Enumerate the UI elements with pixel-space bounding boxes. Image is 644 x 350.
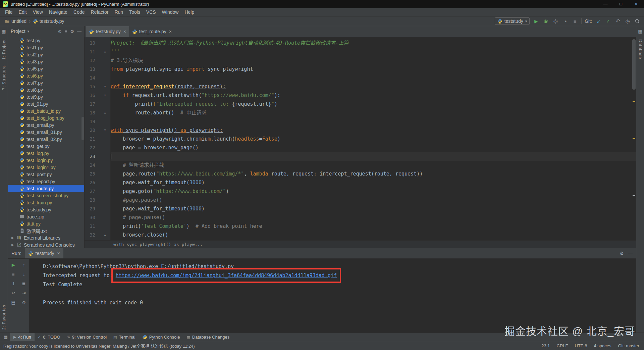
close-tab-icon[interactable]: × — [123, 29, 126, 34]
coverage-button[interactable]: ◎ — [552, 18, 559, 24]
fold-down-icon[interactable]: ▾ — [99, 91, 111, 100]
fold-down-icon[interactable]: ▾ — [99, 82, 111, 91]
encoding-indicator[interactable]: UTF-8 — [575, 343, 587, 348]
tool-stripe-structure[interactable]: 7: Structure — [2, 65, 6, 90]
settings-gear-icon[interactable]: ⚙ — [70, 29, 74, 34]
tree-item[interactable]: test_email_01.py — [8, 129, 84, 136]
tree-item[interactable]: test7.py — [8, 79, 84, 86]
code-line[interactable]: 29 page.wait_for_timeout(3000) — [85, 204, 636, 213]
tool-window-button-9-version-control[interactable]: ⇅9: Version Control — [64, 333, 110, 341]
locate-file-icon[interactable]: ⊙ — [58, 29, 62, 34]
tool-stripe-database[interactable]: Database — [638, 39, 643, 59]
code-line[interactable]: 19 — [85, 117, 636, 126]
run-button[interactable]: ▶ — [533, 18, 539, 24]
breadcrumb-item[interactable]: teststudy.py — [32, 18, 66, 24]
menu-item-run[interactable]: Run — [111, 9, 126, 15]
close-tab-icon[interactable]: × — [169, 29, 172, 34]
warning-stripe-mark[interactable] — [633, 138, 635, 139]
menu-item-vcs[interactable]: VCS — [143, 9, 159, 15]
tree-item[interactable]: test_train.py — [8, 199, 84, 206]
code-line[interactable]: 26 page.wait_for_timeout(3000) — [85, 178, 636, 187]
tree-item[interactable]: test_post.py — [8, 171, 84, 178]
run-console-output[interactable]: D:\software\Python\Python37\python.exe E… — [30, 259, 636, 333]
sciview-icon[interactable]: ▦ — [638, 29, 642, 34]
caret-position[interactable]: 23:1 — [541, 343, 550, 348]
code-line[interactable]: 13from playwright.sync_api import sync_p… — [85, 65, 636, 73]
menu-item-help[interactable]: Help — [181, 9, 197, 15]
tree-item[interactable]: test_log.py — [8, 150, 84, 157]
tree-item[interactable]: test2.py — [8, 51, 84, 58]
menu-item-navigate[interactable]: Navigate — [46, 9, 70, 15]
code-editor[interactable]: 10Project: 《最新出炉》系列入门篇-Python+Playwright… — [85, 37, 636, 240]
code-line[interactable]: 11▴''' — [85, 47, 636, 56]
minimize-button[interactable]: — — [598, 0, 613, 8]
code-line[interactable]: 32▴ browser.close() — [85, 231, 636, 239]
project-panel-title[interactable]: Project — [11, 29, 25, 34]
down-icon[interactable]: ↓ — [20, 271, 28, 278]
code-line[interactable]: 23 — [85, 152, 636, 161]
menu-item-window[interactable]: Window — [159, 9, 182, 15]
tree-item[interactable]: test_screen_shot.py — [8, 192, 84, 199]
code-line[interactable]: 17 print(f"Intercepted request to: {requ… — [85, 100, 636, 108]
code-line[interactable]: 21 browser = playwright.chromium.launch(… — [85, 135, 636, 143]
code-line[interactable]: 14 — [85, 73, 636, 82]
git-branch-indicator[interactable]: Git: master — [618, 343, 639, 348]
menu-item-tools[interactable]: Tools — [126, 9, 143, 15]
code-line[interactable]: 24 # 监听请求并拦截 — [85, 161, 636, 169]
code-line[interactable]: 27 page.goto("https://www.baidu.com/") — [85, 187, 636, 196]
tool-window-button-4-run[interactable]: ▶4: Run — [10, 333, 35, 341]
indent-indicator[interactable]: 4 spaces — [594, 343, 611, 348]
tree-item[interactable]: test6.py — [8, 72, 84, 79]
tree-item[interactable]: test5.py — [8, 65, 84, 72]
tree-item[interactable]: tttttt.py — [8, 220, 84, 227]
tool-windows-icon[interactable]: ▦ — [2, 29, 6, 34]
tree-item[interactable]: test_01.py — [8, 100, 84, 107]
tree-item[interactable]: test_get.py — [8, 143, 84, 150]
hide-panel-icon[interactable]: — — [77, 29, 82, 34]
code-line[interactable]: 28 #page.pause() — [85, 196, 636, 204]
tree-item[interactable]: test1.py — [8, 44, 84, 51]
code-line[interactable]: 18▴ route.abort() # 中止请求 — [85, 108, 636, 117]
tool-stripe-favorites[interactable]: 2: Favorites — [2, 305, 6, 330]
settings-gear-icon[interactable]: ⚙ — [620, 251, 624, 256]
chevron-right-icon[interactable]: ▶ — [11, 236, 15, 240]
maximize-button[interactable]: □ — [613, 0, 629, 8]
tree-item[interactable]: trace.zip — [8, 213, 84, 220]
debug-button[interactable] — [542, 18, 549, 24]
history-button[interactable]: ◷ — [624, 18, 631, 24]
clear-icon[interactable]: ⊘ — [20, 299, 28, 306]
tree-item[interactable]: ▶External Libraries — [8, 234, 84, 241]
tree-item[interactable]: test_baidu_id.py — [8, 107, 84, 114]
collapse-all-icon[interactable]: ≡ — [65, 29, 67, 34]
softwrap-icon[interactable]: ↩ — [10, 290, 17, 296]
menu-item-edit[interactable]: Edit — [16, 9, 30, 15]
code-line[interactable]: 22 page = browser.new_page() — [85, 143, 636, 152]
tree-item[interactable]: teststudy.py — [8, 206, 84, 213]
close-tab-icon[interactable]: × — [57, 251, 60, 256]
git-commit-button[interactable]: ✓ — [605, 18, 611, 24]
code-line[interactable]: 16▾ if request.url.startswith("https://w… — [85, 91, 636, 100]
pause-icon[interactable]: ‖ — [10, 280, 17, 287]
tree-item[interactable]: test_email_02.py — [8, 136, 84, 143]
fold-end-icon[interactable]: ▴ — [99, 231, 111, 239]
tree-item[interactable]: test_route.py — [8, 185, 84, 192]
scroll-end-icon[interactable]: ⇥ — [20, 290, 28, 296]
fold-end-icon[interactable]: ▴ — [99, 108, 111, 117]
run-config-selector[interactable]: teststudy ▾ — [495, 17, 530, 25]
close-button[interactable]: × — [629, 0, 644, 8]
up-icon[interactable]: ↑ — [20, 261, 28, 268]
code-line[interactable]: 25 page.route("https://www.baidu.com/img… — [85, 169, 636, 178]
status-message[interactable]: Registration: Your copy is licensed to U… — [3, 343, 195, 349]
fold-end-icon[interactable]: ▴ — [99, 47, 111, 56]
info-stripe-mark[interactable] — [633, 195, 635, 196]
menu-icon[interactable]: ≣ — [20, 280, 28, 287]
fold-down-icon[interactable]: ▾ — [99, 126, 111, 135]
tree-item[interactable]: test_blog_login.py — [8, 114, 84, 121]
tree-item[interactable]: test3.py — [8, 58, 84, 65]
git-revert-button[interactable]: ↶ — [614, 18, 621, 24]
tree-item[interactable]: test8.py — [8, 86, 84, 93]
chevron-right-icon[interactable]: ▶ — [11, 243, 15, 247]
console-url-link[interactable]: https://www.baidu.com/img/24lianghui_3fa… — [116, 272, 337, 279]
chevron-down-icon[interactable]: ▾ — [28, 29, 30, 34]
tool-window-button-6-todo[interactable]: ✓6: TODO — [35, 333, 64, 341]
